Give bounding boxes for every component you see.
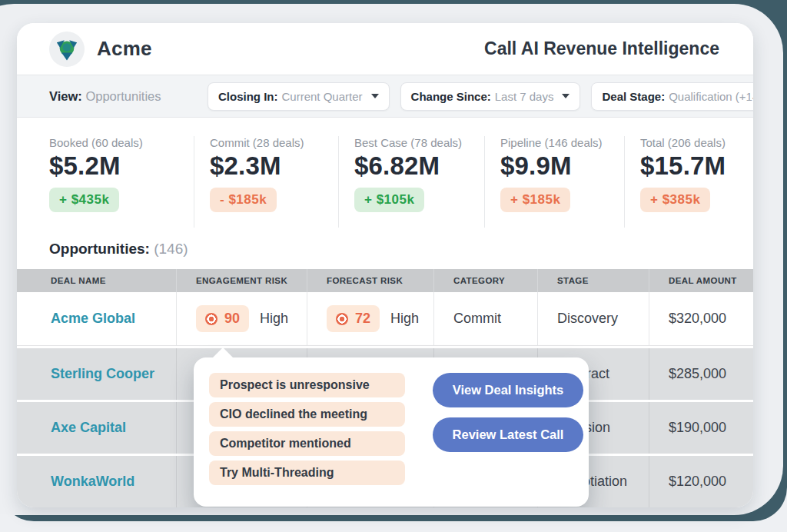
stage-cell: Discovery — [538, 292, 649, 345]
app-header: Acme Call AI Revenue Intelligence — [17, 23, 753, 75]
chevron-down-icon — [562, 94, 569, 98]
risk-factor-chip: Competitor mentioned — [209, 431, 405, 456]
kpi-pipeline: Pipeline (146 deals) $9.9M + $185k — [484, 136, 624, 228]
kpi-label: Best Case (78 deals) — [354, 136, 478, 149]
kpi-label: Commit (28 deals) — [210, 136, 332, 149]
kpi-label: Total (206 deals) — [640, 136, 747, 149]
view-value: Opportunities — [85, 89, 161, 103]
kpi-value: $15.7M — [640, 151, 747, 181]
chevron-down-icon — [371, 94, 379, 98]
filter-bar: View: Opportunities Closing In: Current … — [17, 75, 753, 118]
kpi-commit: Commit (28 deals) $2.3M - $185k — [194, 136, 338, 228]
change-since-value: Last 7 days — [495, 90, 554, 103]
opportunities-label: Opportunities: — [49, 241, 150, 257]
category-cell: Commit — [434, 292, 538, 345]
kpi-value: $6.82M — [354, 151, 478, 181]
category-value: Commit — [453, 311, 501, 327]
acme-logo — [49, 32, 85, 67]
kpi-booked: Booked (60 deals) $5.2M + $435k — [49, 136, 194, 228]
deal-link[interactable]: Acme Global — [51, 311, 135, 327]
risk-level: High — [260, 311, 288, 327]
amount-value: $320,000 — [669, 311, 726, 327]
view-label: View: — [49, 89, 82, 103]
kpi-delta-badge: - $185k — [210, 188, 277, 212]
risk-factor-chip: Prospect is unresponsive — [209, 373, 405, 397]
deal-amount-cell: $120,000 — [649, 456, 753, 507]
column-header-deal-amount: DEAL AMOUNT — [649, 269, 753, 292]
risk-factors-popup: Prospect is unresponsive CIO declined th… — [194, 357, 589, 507]
deal-stage-dropdown[interactable]: Deal Stage: Qualification (+14) — [591, 82, 753, 111]
deal-amount-cell: $190,000 — [649, 402, 753, 454]
kpi-delta-badge: + $105k — [354, 188, 424, 212]
review-latest-call-button[interactable]: Review Latest Call — [433, 417, 583, 452]
risk-factor-list: Prospect is unresponsive CIO declined th… — [209, 373, 405, 507]
deal-name-cell: Sterling Cooper — [17, 348, 177, 400]
engagement-risk-cell: 90 High — [177, 292, 307, 345]
deal-link[interactable]: Axe Capital — [51, 420, 126, 436]
risk-factor-chip: CIO declined the meeting — [209, 402, 405, 427]
risk-level: High — [390, 311, 419, 327]
risk-dot-icon — [336, 313, 348, 325]
kpi-total: Total (206 deals) $15.7M + $385k — [624, 136, 753, 228]
closing-in-value: Current Quarter — [282, 90, 363, 103]
forecast-risk-cell: 72 High — [307, 292, 434, 345]
brand-name: Acme — [97, 37, 152, 61]
kpi-label: Booked (60 deals) — [49, 136, 188, 149]
risk-score: 90 — [224, 311, 240, 327]
risk-dot-icon — [205, 313, 218, 325]
closing-in-label: Closing In: — [218, 90, 278, 103]
risk-score: 72 — [355, 311, 370, 327]
kpi-label: Pipeline (146 deals) — [500, 136, 618, 149]
risk-score-badge: 90 — [196, 305, 249, 332]
kpi-delta-badge: + $435k — [49, 188, 119, 212]
page-title: Call AI Revenue Intelligence — [484, 38, 719, 59]
kpi-delta-badge: + $185k — [500, 188, 570, 212]
risk-score-badge: 72 — [327, 305, 380, 332]
column-header-stage: STAGE — [538, 269, 649, 292]
dashboard-card: Acme Call AI Revenue Intelligence View: … — [17, 23, 753, 507]
column-header-category: CATEGORY — [434, 269, 538, 292]
opportunities-heading: Opportunities: (146) — [17, 228, 753, 269]
change-since-dropdown[interactable]: Change Since: Last 7 days — [400, 82, 581, 111]
kpi-value: $2.3M — [210, 151, 332, 181]
change-since-label: Change Since: — [411, 90, 491, 103]
kpi-value: $5.2M — [49, 151, 188, 181]
opportunities-count: (146) — [154, 241, 188, 257]
kpi-best-case: Best Case (78 deals) $6.82M + $105k — [338, 136, 484, 228]
popup-actions: View Deal Insights Review Latest Call — [433, 373, 583, 507]
column-header-forecast-risk: FORECAST RISK — [307, 269, 434, 292]
deal-stage-value: Qualification (+14) — [669, 90, 753, 103]
deal-name-cell: Axe Capital — [17, 402, 177, 454]
deal-name-cell: Acme Global — [17, 292, 177, 345]
closing-in-dropdown[interactable]: Closing In: Current Quarter — [208, 82, 390, 111]
kpi-section: Booked (60 deals) $5.2M + $435k Commit (… — [17, 118, 753, 228]
view-deal-insights-button[interactable]: View Deal Insights — [433, 373, 583, 407]
deal-link[interactable]: Sterling Cooper — [51, 366, 154, 382]
deal-link[interactable]: WonkaWorld — [51, 474, 134, 490]
deal-amount-cell: $320,000 — [649, 292, 753, 345]
deal-stage-label: Deal Stage: — [602, 90, 665, 103]
view-selector-label: View: Opportunities — [49, 89, 197, 104]
column-header-engagement-risk: ENGAGEMENT RISK — [177, 269, 307, 292]
kpi-value: $9.9M — [500, 151, 618, 181]
amount-value: $120,000 — [669, 474, 726, 490]
table-row: Acme Global 90 High 72 High Commit — [17, 292, 753, 346]
risk-factor-chip: Try Multi-Threading — [209, 461, 405, 485]
kpi-delta-badge: + $385k — [640, 188, 710, 212]
table-header-row: DEAL NAME ENGAGEMENT RISK FORECAST RISK … — [17, 269, 753, 292]
stage-value: Discovery — [557, 311, 618, 327]
column-header-deal-name: DEAL NAME — [17, 269, 177, 292]
amount-value: $190,000 — [669, 420, 726, 436]
deal-name-cell: WonkaWorld — [17, 456, 177, 507]
amount-value: $285,000 — [669, 366, 726, 382]
shield-icon — [55, 38, 78, 61]
deal-amount-cell: $285,000 — [649, 348, 753, 400]
